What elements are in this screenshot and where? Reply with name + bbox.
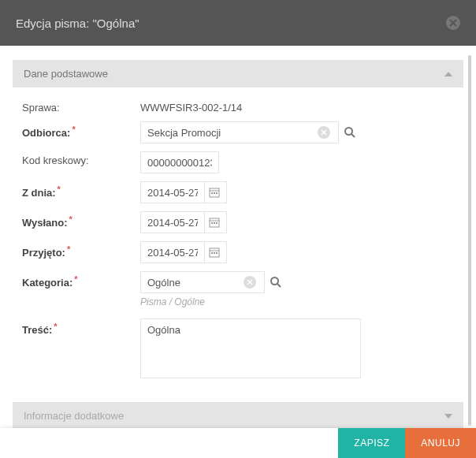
of-date-input[interactable] — [141, 182, 204, 203]
panel-basic-title: Dane podstawowe — [24, 68, 108, 80]
row-of-date: Z dnia:* — [22, 181, 454, 203]
sent-input[interactable] — [141, 212, 204, 233]
category-field-wrap — [140, 271, 282, 293]
label-barcode: Kod kreskowy: — [22, 151, 140, 166]
label-of-date: Z dnia:* — [22, 181, 140, 199]
category-search-button[interactable] — [270, 276, 282, 289]
cancel-button[interactable]: ANULUJ — [405, 428, 476, 458]
chevron-down-icon — [444, 414, 452, 419]
svg-rect-14 — [211, 252, 213, 254]
panel-basic: Dane podstawowe Sprawa: WWWFSIR3-002-1/1… — [13, 60, 463, 394]
received-picker-button[interactable] — [204, 242, 223, 263]
label-of-date-text: Z dnia: — [22, 187, 56, 199]
panel-extra-title: Informacje dodatkowe — [24, 410, 124, 422]
svg-rect-15 — [214, 252, 215, 254]
dialog-header: Edycja pisma: "Ogólna" — [0, 0, 476, 46]
row-case: Sprawa: WWWFSIR3-002-1/14 — [22, 99, 454, 114]
label-recipient-text: Odbiorca: — [22, 127, 70, 139]
panel-basic-header[interactable]: Dane podstawowe — [13, 60, 463, 88]
calendar-icon — [209, 217, 220, 228]
svg-point-17 — [271, 277, 278, 285]
chevron-up-icon — [444, 72, 452, 76]
required-mark: * — [68, 214, 73, 224]
svg-rect-4 — [211, 192, 213, 194]
svg-point-0 — [345, 128, 352, 135]
recipient-input[interactable] — [141, 122, 318, 143]
recipient-search-button[interactable] — [344, 126, 356, 139]
row-content: Treść:* — [22, 318, 454, 378]
svg-line-18 — [277, 284, 281, 287]
category-lookup — [140, 271, 265, 293]
calendar-icon — [209, 187, 220, 198]
label-sent-text: Wysłano: — [22, 217, 68, 229]
save-button[interactable]: ZAPISZ — [338, 428, 405, 458]
svg-line-1 — [351, 134, 355, 137]
received-field — [140, 241, 227, 263]
close-button[interactable] — [446, 16, 460, 30]
label-category: Kategoria:* — [22, 271, 140, 289]
search-icon — [270, 276, 282, 289]
label-category-text: Kategoria: — [22, 277, 73, 289]
dialog-footer: ZAPISZ ANULUJ — [0, 428, 476, 458]
panel-extra-header[interactable]: Informacje dodatkowe — [13, 402, 463, 430]
close-icon — [449, 19, 457, 27]
barcode-input[interactable] — [140, 151, 219, 173]
of-date-picker-button[interactable] — [204, 182, 223, 203]
category-col: Pisma / Ogólne — [140, 271, 282, 307]
label-sent: Wysłano:* — [22, 211, 140, 229]
of-date-field — [140, 181, 227, 203]
required-mark: * — [52, 322, 57, 331]
required-mark: * — [65, 244, 70, 254]
label-content-text: Treść: — [22, 324, 52, 336]
svg-rect-6 — [216, 192, 218, 194]
row-barcode: Kod kreskowy: — [22, 151, 454, 173]
dialog-body: Dane podstawowe Sprawa: WWWFSIR3-002-1/1… — [0, 46, 476, 432]
svg-rect-11 — [216, 222, 218, 224]
svg-rect-9 — [211, 222, 213, 224]
sent-picker-button[interactable] — [204, 212, 223, 233]
label-received: Przyjęto:* — [22, 241, 140, 259]
value-case: WWWFSIR3-002-1/14 — [140, 99, 242, 114]
required-mark: * — [73, 274, 77, 284]
panel-extra: Informacje dodatkowe — [13, 402, 463, 430]
sent-field — [140, 211, 227, 233]
required-mark: * — [56, 184, 61, 194]
row-received: Przyjęto:* — [22, 241, 454, 263]
recipient-clear-button[interactable] — [318, 126, 330, 139]
row-recipient: Odbiorca:* — [22, 121, 454, 143]
panel-basic-content: Sprawa: WWWFSIR3-002-1/14 Odbiorca:* — [13, 88, 463, 394]
label-recipient: Odbiorca:* — [22, 121, 140, 139]
category-path-hint: Pisma / Ogólne — [140, 296, 282, 307]
label-received-text: Przyjęto: — [22, 247, 65, 259]
category-clear-button[interactable] — [244, 276, 256, 289]
svg-rect-10 — [214, 222, 215, 224]
content-textarea[interactable] — [140, 318, 361, 378]
received-input[interactable] — [141, 242, 204, 263]
label-content: Treść:* — [22, 318, 140, 336]
calendar-icon — [209, 247, 220, 258]
search-icon — [344, 126, 356, 139]
clear-icon — [247, 279, 253, 285]
row-sent: Wysłano:* — [22, 211, 454, 233]
svg-rect-16 — [216, 252, 218, 254]
recipient-lookup — [140, 121, 339, 143]
scrollbar[interactable] — [468, 55, 471, 426]
dialog-title: Edycja pisma: "Ogólna" — [16, 17, 139, 30]
category-input[interactable] — [141, 272, 244, 292]
label-case: Sprawa: — [22, 99, 140, 114]
recipient-field-wrap — [140, 121, 356, 143]
clear-icon — [321, 129, 327, 136]
row-category: Kategoria:* Pisma / O — [22, 271, 454, 307]
svg-rect-5 — [214, 192, 215, 194]
required-mark: * — [70, 125, 75, 134]
